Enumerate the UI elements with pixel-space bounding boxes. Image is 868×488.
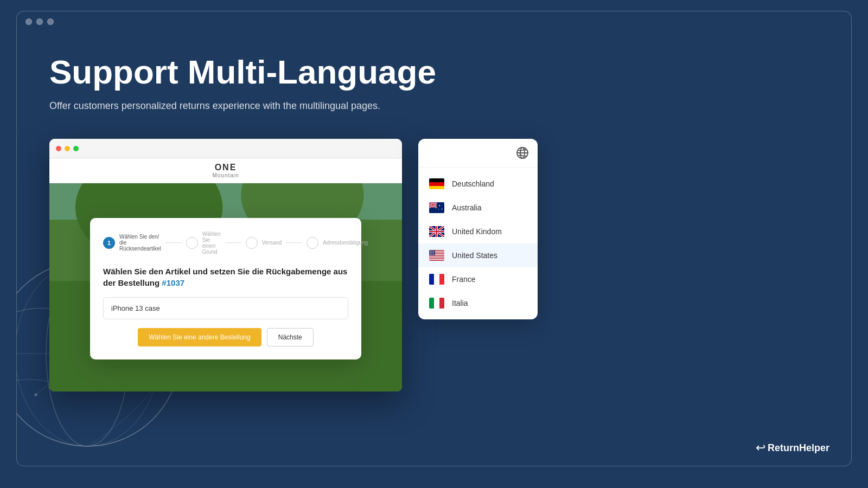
modal-steps: 1 Wählen Sie den/ die Rücksendeartikel W…	[103, 231, 348, 255]
language-list: Deutschland	[418, 168, 538, 319]
step-1-label: Wählen Sie den/ die Rücksendeartikel	[119, 234, 161, 252]
lang-header	[418, 139, 538, 168]
svg-rect-67	[429, 259, 444, 260]
modal-title: Wählen Sie den Artikel und setzen Sie di…	[103, 266, 348, 288]
returnhelper-logo: ↩ ReturnHelper	[756, 441, 829, 455]
step-4-circle	[307, 237, 318, 249]
svg-point-69	[430, 251, 431, 252]
svg-rect-66	[429, 258, 444, 259]
browser-dot-1	[25, 18, 32, 25]
browser-mockup: ONE Mountain	[49, 139, 402, 391]
returnhelper-text: ReturnHelper	[768, 442, 829, 454]
flag-au: ✦ ✦ ✦	[429, 202, 444, 213]
step-1-circle: 1	[103, 237, 115, 249]
svg-text:✦: ✦	[438, 208, 439, 210]
lang-item-de[interactable]: Deutschland	[418, 172, 538, 196]
step-divider-3	[286, 242, 302, 243]
svg-rect-38	[429, 186, 444, 189]
svg-point-72	[430, 252, 431, 253]
page-subtitle: Offer customers personalized returns exp…	[49, 100, 819, 112]
svg-point-73	[431, 252, 432, 253]
product-name: iPhone 13 case	[111, 304, 160, 312]
modal-buttons: Wählen Sie eine andere Bestellung Nächst…	[103, 328, 348, 346]
mockup-header	[49, 139, 402, 158]
flag-uk	[429, 226, 444, 237]
svg-point-76	[431, 254, 432, 255]
mockup-dot-red	[56, 146, 61, 151]
mockup-body: ONE Mountain	[49, 158, 402, 391]
browser-dot-2	[36, 18, 43, 25]
globe-icon	[516, 146, 529, 159]
store-name: ONE	[49, 163, 402, 172]
step-3-label: Versand	[262, 240, 282, 246]
svg-point-71	[433, 251, 434, 252]
step-4-label: Adressbestätigung	[323, 240, 368, 246]
lang-name-us: United States	[452, 251, 497, 260]
browser-titlebar	[17, 11, 851, 32]
lang-name-de: Deutschland	[452, 179, 494, 188]
lang-name-it: Italia	[452, 299, 468, 307]
modal-overlay: 1 Wählen Sie den/ die Rücksendeartikel W…	[49, 185, 402, 391]
change-order-button[interactable]: Wählen Sie eine andere Bestellung	[138, 328, 261, 346]
lang-item-it[interactable]: Italia	[418, 291, 538, 315]
browser-window: Support Multi-Language Offer customers p…	[16, 11, 852, 466]
order-number: #1037	[162, 278, 184, 287]
step-2-label: Wählen Sie einen Grund	[202, 231, 221, 255]
product-item: iPhone 13 case	[103, 297, 348, 319]
mockup-area: ONE Mountain	[49, 139, 819, 391]
next-button[interactable]: Nächste	[267, 328, 314, 346]
svg-rect-36	[429, 178, 444, 182]
lang-item-fr[interactable]: France	[418, 267, 538, 291]
mockup-dot-yellow	[65, 146, 70, 151]
lang-name-fr: France	[452, 275, 476, 284]
store-header: ONE Mountain	[49, 158, 402, 183]
svg-text:✦: ✦	[438, 204, 441, 207]
svg-point-77	[433, 254, 434, 255]
svg-point-74	[433, 252, 434, 253]
flag-us	[429, 250, 444, 261]
step-divider-2	[225, 242, 241, 243]
content-area: Support Multi-Language Offer customers p…	[17, 32, 851, 413]
flag-de	[429, 178, 444, 189]
flag-it	[429, 298, 444, 309]
svg-rect-65	[429, 256, 444, 257]
svg-rect-37	[429, 182, 444, 186]
svg-point-70	[431, 251, 432, 252]
page-title: Support Multi-Language	[49, 54, 819, 91]
svg-rect-60	[429, 231, 444, 232]
flag-fr	[429, 274, 444, 285]
lang-name-au: Australia	[452, 203, 481, 212]
lang-item-us[interactable]: United States	[418, 243, 538, 267]
svg-point-75	[430, 254, 431, 255]
mockup-dot-green	[73, 146, 79, 151]
returnhelper-arrow: ↩	[756, 441, 765, 455]
lang-name-uk: United Kindom	[452, 227, 502, 236]
lang-item-uk[interactable]: United Kindom	[418, 220, 538, 243]
step-2-circle	[186, 237, 198, 249]
lang-item-au[interactable]: ✦ ✦ ✦ Australia	[418, 196, 538, 220]
browser-dot-3	[47, 18, 54, 25]
language-dropdown: Deutschland	[418, 139, 538, 319]
return-modal: 1 Wählen Sie den/ die Rücksendeartikel W…	[90, 218, 361, 359]
store-tagline: Mountain	[49, 172, 402, 178]
step-3-circle	[246, 237, 258, 249]
step-divider-1	[165, 242, 182, 243]
